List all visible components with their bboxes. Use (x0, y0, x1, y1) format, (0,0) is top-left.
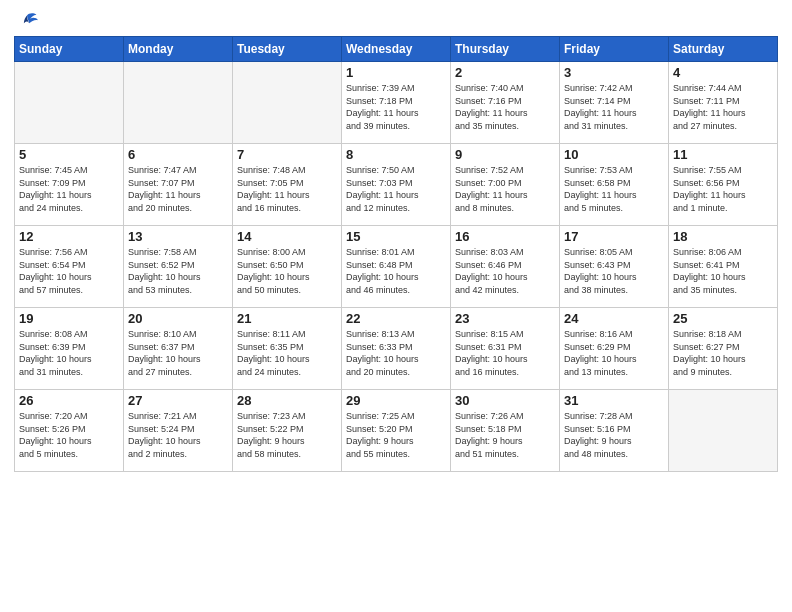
day-number: 14 (237, 229, 337, 244)
calendar-cell: 5Sunrise: 7:45 AM Sunset: 7:09 PM Daylig… (15, 144, 124, 226)
week-row-3: 19Sunrise: 8:08 AM Sunset: 6:39 PM Dayli… (15, 308, 778, 390)
calendar-cell: 23Sunrise: 8:15 AM Sunset: 6:31 PM Dayli… (451, 308, 560, 390)
day-number: 13 (128, 229, 228, 244)
day-number: 28 (237, 393, 337, 408)
day-info: Sunrise: 7:28 AM Sunset: 5:16 PM Dayligh… (564, 410, 664, 460)
day-number: 27 (128, 393, 228, 408)
calendar-cell: 18Sunrise: 8:06 AM Sunset: 6:41 PM Dayli… (669, 226, 778, 308)
weekday-header-sunday: Sunday (15, 37, 124, 62)
day-number: 4 (673, 65, 773, 80)
calendar-cell: 27Sunrise: 7:21 AM Sunset: 5:24 PM Dayli… (124, 390, 233, 472)
calendar-cell: 8Sunrise: 7:50 AM Sunset: 7:03 PM Daylig… (342, 144, 451, 226)
calendar-cell: 22Sunrise: 8:13 AM Sunset: 6:33 PM Dayli… (342, 308, 451, 390)
day-number: 17 (564, 229, 664, 244)
day-info: Sunrise: 7:58 AM Sunset: 6:52 PM Dayligh… (128, 246, 228, 296)
weekday-header-tuesday: Tuesday (233, 37, 342, 62)
day-number: 26 (19, 393, 119, 408)
weekday-header-saturday: Saturday (669, 37, 778, 62)
calendar-cell: 3Sunrise: 7:42 AM Sunset: 7:14 PM Daylig… (560, 62, 669, 144)
calendar-cell: 14Sunrise: 8:00 AM Sunset: 6:50 PM Dayli… (233, 226, 342, 308)
day-info: Sunrise: 7:53 AM Sunset: 6:58 PM Dayligh… (564, 164, 664, 214)
calendar-cell: 17Sunrise: 8:05 AM Sunset: 6:43 PM Dayli… (560, 226, 669, 308)
day-number: 7 (237, 147, 337, 162)
day-info: Sunrise: 7:52 AM Sunset: 7:00 PM Dayligh… (455, 164, 555, 214)
day-info: Sunrise: 7:50 AM Sunset: 7:03 PM Dayligh… (346, 164, 446, 214)
weekday-header-monday: Monday (124, 37, 233, 62)
week-row-2: 12Sunrise: 7:56 AM Sunset: 6:54 PM Dayli… (15, 226, 778, 308)
calendar-cell: 28Sunrise: 7:23 AM Sunset: 5:22 PM Dayli… (233, 390, 342, 472)
logo-bird-icon (16, 10, 38, 32)
day-info: Sunrise: 8:01 AM Sunset: 6:48 PM Dayligh… (346, 246, 446, 296)
day-info: Sunrise: 7:39 AM Sunset: 7:18 PM Dayligh… (346, 82, 446, 132)
day-info: Sunrise: 7:26 AM Sunset: 5:18 PM Dayligh… (455, 410, 555, 460)
calendar-cell (124, 62, 233, 144)
day-info: Sunrise: 7:48 AM Sunset: 7:05 PM Dayligh… (237, 164, 337, 214)
day-number: 20 (128, 311, 228, 326)
page: SundayMondayTuesdayWednesdayThursdayFrid… (0, 0, 792, 612)
day-info: Sunrise: 8:16 AM Sunset: 6:29 PM Dayligh… (564, 328, 664, 378)
day-info: Sunrise: 7:40 AM Sunset: 7:16 PM Dayligh… (455, 82, 555, 132)
day-number: 6 (128, 147, 228, 162)
calendar-cell: 29Sunrise: 7:25 AM Sunset: 5:20 PM Dayli… (342, 390, 451, 472)
day-number: 3 (564, 65, 664, 80)
day-info: Sunrise: 7:25 AM Sunset: 5:20 PM Dayligh… (346, 410, 446, 460)
day-info: Sunrise: 8:08 AM Sunset: 6:39 PM Dayligh… (19, 328, 119, 378)
day-info: Sunrise: 7:20 AM Sunset: 5:26 PM Dayligh… (19, 410, 119, 460)
calendar-cell: 25Sunrise: 8:18 AM Sunset: 6:27 PM Dayli… (669, 308, 778, 390)
day-number: 29 (346, 393, 446, 408)
day-info: Sunrise: 7:21 AM Sunset: 5:24 PM Dayligh… (128, 410, 228, 460)
week-row-0: 1Sunrise: 7:39 AM Sunset: 7:18 PM Daylig… (15, 62, 778, 144)
day-number: 31 (564, 393, 664, 408)
week-row-1: 5Sunrise: 7:45 AM Sunset: 7:09 PM Daylig… (15, 144, 778, 226)
calendar-cell: 24Sunrise: 8:16 AM Sunset: 6:29 PM Dayli… (560, 308, 669, 390)
calendar-cell (15, 62, 124, 144)
day-number: 25 (673, 311, 773, 326)
day-number: 19 (19, 311, 119, 326)
calendar-cell: 2Sunrise: 7:40 AM Sunset: 7:16 PM Daylig… (451, 62, 560, 144)
day-number: 1 (346, 65, 446, 80)
day-number: 10 (564, 147, 664, 162)
calendar-cell: 20Sunrise: 8:10 AM Sunset: 6:37 PM Dayli… (124, 308, 233, 390)
day-info: Sunrise: 8:06 AM Sunset: 6:41 PM Dayligh… (673, 246, 773, 296)
day-info: Sunrise: 7:56 AM Sunset: 6:54 PM Dayligh… (19, 246, 119, 296)
calendar-cell: 19Sunrise: 8:08 AM Sunset: 6:39 PM Dayli… (15, 308, 124, 390)
day-info: Sunrise: 7:55 AM Sunset: 6:56 PM Dayligh… (673, 164, 773, 214)
calendar-cell: 30Sunrise: 7:26 AM Sunset: 5:18 PM Dayli… (451, 390, 560, 472)
day-info: Sunrise: 8:13 AM Sunset: 6:33 PM Dayligh… (346, 328, 446, 378)
day-info: Sunrise: 8:18 AM Sunset: 6:27 PM Dayligh… (673, 328, 773, 378)
calendar-cell: 31Sunrise: 7:28 AM Sunset: 5:16 PM Dayli… (560, 390, 669, 472)
calendar-cell: 9Sunrise: 7:52 AM Sunset: 7:00 PM Daylig… (451, 144, 560, 226)
day-number: 8 (346, 147, 446, 162)
calendar-cell: 15Sunrise: 8:01 AM Sunset: 6:48 PM Dayli… (342, 226, 451, 308)
calendar-cell: 6Sunrise: 7:47 AM Sunset: 7:07 PM Daylig… (124, 144, 233, 226)
day-number: 24 (564, 311, 664, 326)
day-number: 9 (455, 147, 555, 162)
day-number: 18 (673, 229, 773, 244)
calendar-cell: 13Sunrise: 7:58 AM Sunset: 6:52 PM Dayli… (124, 226, 233, 308)
weekday-header-wednesday: Wednesday (342, 37, 451, 62)
calendar-cell (669, 390, 778, 472)
calendar-cell: 1Sunrise: 7:39 AM Sunset: 7:18 PM Daylig… (342, 62, 451, 144)
day-info: Sunrise: 7:23 AM Sunset: 5:22 PM Dayligh… (237, 410, 337, 460)
day-number: 30 (455, 393, 555, 408)
calendar-cell: 7Sunrise: 7:48 AM Sunset: 7:05 PM Daylig… (233, 144, 342, 226)
day-info: Sunrise: 8:03 AM Sunset: 6:46 PM Dayligh… (455, 246, 555, 296)
day-info: Sunrise: 8:00 AM Sunset: 6:50 PM Dayligh… (237, 246, 337, 296)
day-info: Sunrise: 7:47 AM Sunset: 7:07 PM Dayligh… (128, 164, 228, 214)
weekday-header-thursday: Thursday (451, 37, 560, 62)
day-number: 5 (19, 147, 119, 162)
calendar-cell: 12Sunrise: 7:56 AM Sunset: 6:54 PM Dayli… (15, 226, 124, 308)
day-info: Sunrise: 7:44 AM Sunset: 7:11 PM Dayligh… (673, 82, 773, 132)
week-row-4: 26Sunrise: 7:20 AM Sunset: 5:26 PM Dayli… (15, 390, 778, 472)
day-info: Sunrise: 8:05 AM Sunset: 6:43 PM Dayligh… (564, 246, 664, 296)
calendar-cell (233, 62, 342, 144)
logo (14, 10, 38, 28)
calendar-cell: 4Sunrise: 7:44 AM Sunset: 7:11 PM Daylig… (669, 62, 778, 144)
weekday-header-row: SundayMondayTuesdayWednesdayThursdayFrid… (15, 37, 778, 62)
day-number: 22 (346, 311, 446, 326)
calendar-cell: 11Sunrise: 7:55 AM Sunset: 6:56 PM Dayli… (669, 144, 778, 226)
day-info: Sunrise: 8:15 AM Sunset: 6:31 PM Dayligh… (455, 328, 555, 378)
calendar-cell: 16Sunrise: 8:03 AM Sunset: 6:46 PM Dayli… (451, 226, 560, 308)
header (14, 10, 778, 28)
calendar-table: SundayMondayTuesdayWednesdayThursdayFrid… (14, 36, 778, 472)
